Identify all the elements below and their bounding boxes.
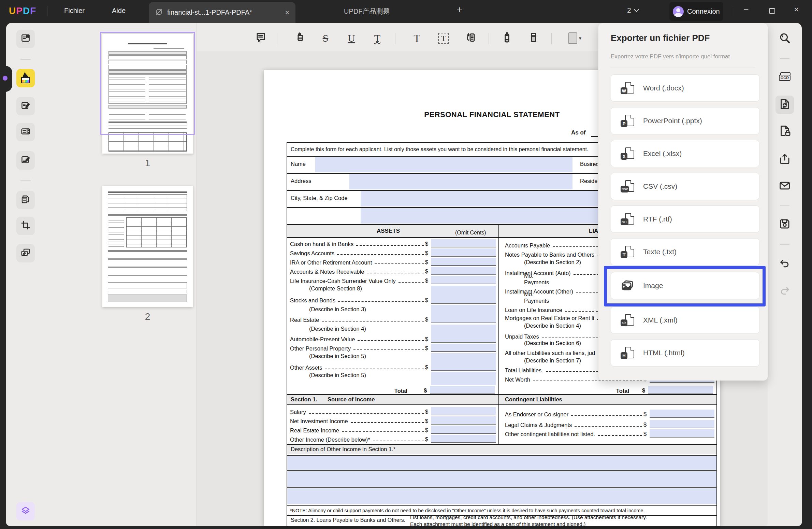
assets-total-field[interactable] bbox=[430, 386, 495, 394]
shape-tool[interactable]: ▾ bbox=[563, 30, 587, 46]
text-tool[interactable]: T bbox=[409, 30, 425, 46]
export-option-texte[interactable]: TTexte (.txt) bbox=[611, 238, 759, 266]
section1-number: Section 1. bbox=[291, 396, 317, 403]
comment-tool-active[interactable] bbox=[16, 69, 35, 87]
contingent-amount-field[interactable] bbox=[650, 410, 714, 418]
asset-amount-field[interactable] bbox=[431, 363, 496, 371]
asset-amount-field[interactable] bbox=[431, 248, 496, 257]
asset-amount-field[interactable] bbox=[431, 334, 496, 343]
strikethrough-tool[interactable]: S bbox=[317, 30, 334, 46]
income-amount-field[interactable] bbox=[431, 416, 496, 425]
export-option-html[interactable]: HHTML (.html) bbox=[611, 339, 759, 367]
minimize-button[interactable]: – bbox=[744, 4, 748, 14]
eraser-tool[interactable] bbox=[525, 30, 542, 46]
menu-fichier[interactable]: Fichier bbox=[64, 7, 85, 15]
save-button[interactable] bbox=[777, 217, 792, 232]
ocr-button[interactable]: OCR bbox=[777, 70, 792, 85]
tab-count-dropdown[interactable]: 2 bbox=[627, 6, 638, 14]
asset-amount-field[interactable] bbox=[431, 239, 496, 247]
form-tool-button[interactable] bbox=[16, 123, 35, 141]
highlight-tool[interactable] bbox=[292, 30, 308, 46]
export-option-xml[interactable]: </>XML (.xml) bbox=[611, 306, 759, 334]
crop-tool-button[interactable] bbox=[16, 217, 35, 235]
description-input-row[interactable] bbox=[287, 456, 716, 470]
export-option-label: Word (.docx) bbox=[643, 84, 684, 92]
asset-amount-field[interactable] bbox=[431, 267, 496, 275]
tab-updf-product[interactable]: UPDF产品测题 bbox=[344, 7, 390, 16]
tab-active-financial[interactable]: financial-st...1-PDFA-PDFA* × bbox=[149, 2, 295, 23]
asset-amount-field[interactable] bbox=[431, 344, 496, 352]
income-amount-field[interactable] bbox=[431, 435, 496, 443]
thumbnail-page-2[interactable] bbox=[102, 186, 193, 307]
new-tab-button[interactable]: + bbox=[456, 4, 463, 16]
asset-amount-field[interactable] bbox=[431, 258, 496, 266]
description-input-row[interactable] bbox=[287, 471, 716, 487]
asset-row-label: Other Assets bbox=[290, 364, 322, 371]
income-amount-field[interactable] bbox=[431, 407, 496, 415]
liabilities-total-field[interactable] bbox=[648, 386, 713, 394]
divider bbox=[395, 33, 395, 44]
export-option-powerpoint[interactable]: PPowerPoint (.pptx) bbox=[611, 107, 759, 134]
description-input-row[interactable] bbox=[287, 488, 716, 504]
name-label: Name bbox=[291, 161, 306, 167]
search-icon bbox=[779, 32, 791, 46]
asset-amount-field[interactable] bbox=[431, 276, 496, 284]
undo-button[interactable] bbox=[777, 257, 792, 272]
divider bbox=[489, 33, 489, 44]
text-box-tool[interactable]: T bbox=[435, 30, 452, 46]
contingent-amount-field[interactable] bbox=[650, 429, 714, 438]
address-field[interactable] bbox=[349, 174, 572, 189]
slideshow-button[interactable] bbox=[16, 244, 35, 262]
asset-amount-field[interactable] bbox=[431, 296, 496, 304]
close-button[interactable]: × bbox=[794, 5, 799, 14]
mail-button[interactable] bbox=[777, 179, 792, 194]
tab-close-icon[interactable]: × bbox=[285, 8, 289, 17]
liability-row-label: Loan on Life Insurance bbox=[505, 307, 562, 313]
divider bbox=[47, 6, 47, 16]
redo-button[interactable] bbox=[777, 284, 792, 299]
share-button[interactable] bbox=[777, 152, 792, 167]
text-glyph: T bbox=[414, 32, 420, 45]
export-option-csv[interactable]: CSVCSV (.csv) bbox=[611, 173, 759, 200]
comment-tool[interactable] bbox=[253, 30, 270, 46]
connexion-button[interactable]: Connexion bbox=[669, 2, 723, 21]
income-row-label: Other Income (Describe below)* bbox=[290, 437, 370, 443]
assets-header: ASSETS bbox=[377, 228, 400, 234]
pencil-tool[interactable] bbox=[499, 30, 515, 46]
asset-amount-field[interactable] bbox=[431, 315, 496, 323]
callout-tool[interactable] bbox=[462, 30, 478, 46]
divider bbox=[277, 33, 277, 44]
income-amount-field[interactable] bbox=[431, 426, 496, 434]
avatar bbox=[673, 6, 684, 17]
document-lock-icon bbox=[779, 125, 791, 138]
asset-amount-field[interactable] bbox=[431, 372, 496, 385]
crop-icon bbox=[20, 220, 31, 232]
export-option-label: PowerPoint (.pptx) bbox=[643, 117, 702, 125]
export-convert-button[interactable] bbox=[775, 96, 794, 114]
layers-button[interactable] bbox=[16, 502, 35, 520]
liability-row-sub: (Describe in Section 2) bbox=[524, 259, 581, 266]
underline-tool[interactable]: U bbox=[343, 30, 360, 46]
protect-button[interactable] bbox=[777, 124, 792, 139]
maximize-button[interactable] bbox=[769, 8, 775, 14]
divider bbox=[611, 68, 755, 68]
liability-row-label: Total Liabilities. bbox=[505, 367, 543, 374]
column-divider bbox=[498, 224, 499, 394]
export-option-rtf[interactable]: RTFRTF (.rtf) bbox=[611, 205, 759, 233]
contingent-amount-field[interactable] bbox=[650, 420, 714, 428]
sign-tool-button[interactable] bbox=[16, 151, 35, 170]
image-icon bbox=[621, 279, 634, 292]
export-option-excel[interactable]: XExcel (.xlsx) bbox=[611, 140, 759, 167]
organize-pages-button[interactable] bbox=[16, 191, 35, 209]
instruction-text: Complete this form for each applicant. L… bbox=[291, 146, 588, 153]
name-field[interactable] bbox=[315, 157, 572, 172]
export-option-image[interactable]: Image bbox=[611, 272, 759, 299]
export-option-word[interactable]: WWord (.docx) bbox=[611, 74, 759, 102]
reader-mode-button[interactable] bbox=[16, 30, 35, 48]
liability-row-sub: (Describe in Section 7) bbox=[524, 357, 581, 364]
menu-aide[interactable]: Aide bbox=[112, 7, 126, 15]
updf-logo[interactable]: UPDF bbox=[9, 5, 36, 16]
squiggly-underline-tool[interactable]: T bbox=[369, 30, 386, 46]
search-button[interactable] bbox=[777, 31, 792, 46]
edit-pdf-button[interactable] bbox=[16, 97, 35, 115]
